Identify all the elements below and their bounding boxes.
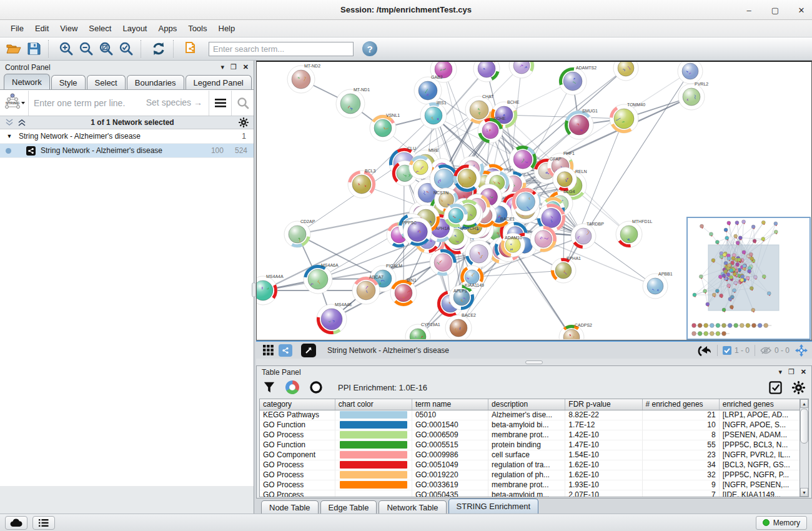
tab-select[interactable]: Select (87, 75, 126, 89)
column-header-enriched-genes[interactable]: enriched genes (719, 399, 800, 410)
scroll-up-icon[interactable]: ▲ (800, 399, 808, 408)
network-node[interactable] (287, 66, 315, 93)
network-node[interactable] (643, 274, 668, 299)
string-view-button[interactable] (279, 344, 292, 357)
maximize-button[interactable]: ▢ (770, 6, 781, 15)
birds-eye-view[interactable] (686, 217, 811, 340)
collapse-all-icon[interactable] (5, 119, 14, 126)
filter-icon[interactable] (263, 381, 275, 394)
string-search-button[interactable] (231, 91, 254, 116)
cell-chart-color (335, 490, 412, 497)
menu-help[interactable]: Help (214, 22, 240, 35)
scroll-down-icon[interactable]: ▼ (800, 488, 808, 497)
network-node[interactable] (571, 224, 596, 249)
chart-color-icon[interactable] (285, 380, 299, 394)
zoom-out-button[interactable] (76, 39, 96, 58)
minimize-button[interactable]: – (743, 6, 755, 15)
memory-button[interactable]: Memory (756, 516, 807, 530)
network-row[interactable]: String Network - Alzheimer's disease 100… (0, 144, 254, 158)
table-row[interactable]: GO ProcessGO:0051049regulation of tra...… (260, 460, 800, 470)
tab-network[interactable]: Network (4, 74, 50, 89)
tab-edge-table[interactable]: Edge Table (320, 500, 377, 514)
menu-tools[interactable]: Tools (184, 22, 211, 35)
string-options-button[interactable] (209, 91, 231, 116)
task-list-button[interactable] (32, 516, 55, 530)
scrollbar-thumb[interactable] (800, 409, 808, 444)
close-panel-icon[interactable]: ✕ (243, 63, 249, 71)
tab-legend-panel[interactable]: Legend Panel (186, 75, 252, 89)
table-row[interactable]: GO ComponentGO:0009986cell surface1.54E-… (260, 450, 800, 460)
network-collection-row[interactable]: ▼ String Network - Alzheimer's disease 1 (0, 129, 254, 144)
network-node[interactable] (678, 84, 705, 110)
menu-edit[interactable]: Edit (31, 22, 53, 35)
column-header--enriched-genes[interactable]: # enriched genes (642, 399, 719, 410)
grid-mode-button[interactable] (260, 344, 276, 357)
string-logo-icon: STRING (4, 93, 25, 113)
close-button[interactable]: ✕ (796, 6, 807, 15)
help-button[interactable]: ? (362, 41, 377, 56)
network-node[interactable] (445, 315, 472, 339)
expand-all-icon[interactable] (17, 119, 26, 126)
panel-splitter-grip[interactable] (252, 282, 256, 297)
table-row[interactable]: KEGG Pathways05010Alzheimer's dise...8.8… (260, 410, 800, 420)
column-header-description[interactable]: description (488, 399, 565, 410)
table-row[interactable]: GO FunctionGO:0001540beta-amyloid bi...1… (260, 420, 800, 430)
network-node[interactable] (336, 89, 365, 118)
pan-tool-icon[interactable] (795, 344, 808, 357)
float-panel-icon[interactable]: ❒ (230, 63, 237, 71)
cloud-button[interactable] (5, 516, 27, 530)
export-network-icon[interactable] (697, 344, 712, 357)
panel-menu-icon[interactable]: ▾ (220, 63, 224, 71)
tab-node-table[interactable]: Node Table (261, 500, 319, 514)
open-file-button[interactable] (4, 39, 24, 58)
column-header-category[interactable]: category (260, 399, 335, 410)
menu-select[interactable]: Select (84, 22, 116, 35)
zoom-selected-button[interactable] (116, 39, 136, 58)
menu-file[interactable]: File (6, 22, 28, 35)
table-close-icon[interactable]: ✕ (801, 368, 806, 376)
network-node[interactable] (304, 265, 333, 294)
network-from-file-button[interactable] (181, 39, 201, 58)
refresh-button[interactable] (149, 39, 169, 58)
network-node[interactable] (678, 62, 703, 84)
table-row[interactable]: GO FunctionGO:0005515protein binding1.47… (260, 440, 800, 450)
tab-boundaries[interactable]: Boundaries (127, 75, 184, 89)
table-row[interactable]: GO ProcessGO:0006509membrane prot...1.42… (260, 430, 800, 440)
network-node[interactable] (506, 62, 537, 81)
menu-view[interactable]: View (56, 22, 82, 35)
column-header-term-name[interactable]: term name (412, 399, 488, 410)
tab-style[interactable]: Style (51, 75, 86, 89)
table-panel-menu-icon[interactable]: ▾ (778, 368, 782, 376)
network-node[interactable] (613, 62, 638, 81)
table-row[interactable]: GO ProcessGO:0050435beta-amyloid m...2.0… (260, 490, 800, 497)
table-row[interactable]: GO ProcessGO:0019220regulation of ph...1… (260, 470, 800, 480)
zoom-fit-button[interactable] (96, 39, 116, 58)
string-protein-query-selector[interactable]: STRING (0, 91, 29, 116)
select-rows-icon[interactable] (769, 381, 782, 394)
table-scrollbar[interactable]: ▲ ▼ (800, 399, 809, 497)
menu-layout[interactable]: Layout (118, 22, 151, 35)
cloud-icon (10, 519, 22, 527)
search-input[interactable] (209, 42, 354, 56)
menu-apps[interactable]: Apps (154, 22, 182, 35)
column-header-chart-color[interactable]: chart color (335, 399, 412, 410)
tab-network-table[interactable]: Network Table (379, 500, 446, 514)
network-node[interactable] (558, 66, 588, 97)
zoom-in-button[interactable] (56, 39, 76, 58)
string-query-input[interactable] (29, 91, 209, 115)
open-in-browser-button[interactable] (301, 344, 316, 357)
collection-expand-icon[interactable]: ▼ (0, 133, 19, 139)
gear-icon[interactable] (239, 117, 249, 127)
network-canvas[interactable]: MT-ND2MT-ND1VSNL1GAB2IRS1CHATBCHEACHEADA… (256, 61, 812, 340)
remove-chart-icon[interactable] (309, 380, 323, 394)
column-header-fdr-p-value[interactable]: FDR p-value (565, 399, 642, 410)
network-node[interactable] (616, 221, 642, 247)
tab-string-enrichment[interactable]: STRING Enrichment (448, 499, 538, 514)
horizontal-splitter[interactable] (256, 359, 812, 365)
table-row[interactable]: GO ProcessGO:0033619membrane prot...1.93… (260, 480, 800, 490)
node-label: BIN1 (407, 278, 417, 282)
settings-gear-icon[interactable] (792, 381, 805, 394)
network-node[interactable] (418, 101, 448, 131)
save-session-button[interactable] (24, 39, 44, 58)
table-float-icon[interactable]: ❒ (788, 368, 795, 376)
